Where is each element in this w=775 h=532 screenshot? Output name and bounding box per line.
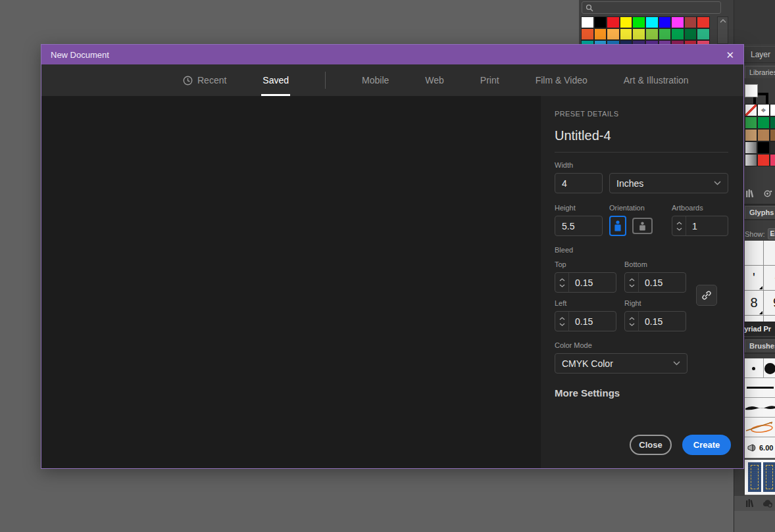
bleed-right-stepper[interactable]: 0.15 (624, 311, 686, 331)
color-swatch[interactable] (581, 28, 594, 40)
color-swatch[interactable] (757, 141, 770, 154)
gradient-swatch[interactable] (745, 141, 757, 154)
orientation-portrait-button[interactable] (609, 216, 626, 236)
color-swatch[interactable] (594, 16, 607, 28)
glyph-cell[interactable]: - (764, 266, 775, 291)
document-name-field[interactable]: Untitled-4 (555, 128, 728, 143)
color-swatch[interactable] (770, 116, 775, 129)
bleed-left-value[interactable]: 0.15 (569, 312, 616, 331)
color-swatch[interactable] (770, 141, 775, 154)
color-swatch[interactable] (645, 28, 659, 40)
color-swatch[interactable] (770, 104, 775, 116)
brush-row-line[interactable] (745, 378, 775, 398)
color-swatch[interactable] (684, 16, 697, 28)
brush-row-size[interactable]: 6.00 (745, 437, 775, 458)
glyph-cell[interactable]: 9 (764, 291, 775, 316)
brush-libraries-icon[interactable] (745, 499, 755, 508)
chevron-down-icon[interactable] (559, 284, 565, 287)
color-swatch[interactable] (620, 16, 633, 28)
bleed-bottom-stepper[interactable]: 0.15 (624, 272, 686, 293)
swatch-scrollbar[interactable] (717, 16, 728, 44)
chevron-up-icon[interactable] (559, 317, 565, 320)
tab-libraries[interactable]: Libraries (745, 66, 775, 78)
dialog-titlebar[interactable]: New Document ✕ (41, 45, 743, 64)
tab-saved[interactable]: Saved (262, 64, 289, 96)
glyph-cell[interactable]: ' (745, 266, 764, 291)
color-swatch[interactable] (659, 16, 672, 28)
color-swatch[interactable] (607, 16, 620, 28)
color-swatch[interactable] (770, 154, 775, 166)
tab-web[interactable]: Web (425, 64, 444, 96)
registration-swatch[interactable] (757, 104, 770, 116)
tab-glyphs[interactable]: Glyphs (745, 206, 775, 219)
bleed-right-value[interactable]: 0.15 (639, 312, 686, 331)
color-swatch[interactable] (645, 16, 659, 28)
color-swatch[interactable] (620, 28, 633, 40)
tab-art-illustration[interactable]: Art & Illustration (624, 64, 689, 96)
gradient-swatch[interactable] (745, 154, 757, 166)
brush-cloud-icon[interactable] (762, 499, 773, 508)
bleed-left-stepper[interactable]: 0.15 (555, 311, 616, 331)
chevron-up-icon[interactable] (559, 278, 565, 281)
show-dropdown[interactable]: En (768, 228, 775, 239)
glyph-cell[interactable]: E (764, 316, 775, 322)
glyph-cell[interactable]: 8 (745, 291, 764, 316)
color-swatch[interactable] (671, 16, 684, 28)
swatch-search-field[interactable] (582, 1, 721, 14)
bleed-bottom-value[interactable]: 0.15 (639, 273, 686, 292)
brush-row-dots[interactable] (745, 358, 775, 378)
stepper-arrows[interactable] (672, 216, 686, 235)
tab-film-video[interactable]: Film & Video (536, 64, 588, 96)
color-swatch[interactable] (757, 116, 770, 129)
stepper-arrows[interactable] (625, 312, 639, 331)
color-swatch[interactable] (745, 116, 757, 129)
tab-brushes[interactable]: Brushes (745, 339, 775, 352)
bleed-top-stepper[interactable]: 0.15 (555, 272, 616, 293)
none-swatch[interactable] (745, 104, 757, 116)
swatch-libraries-icon[interactable] (745, 189, 755, 198)
brush-row-decorative[interactable] (745, 418, 775, 437)
chevron-up-icon[interactable] (676, 222, 682, 225)
color-swatch[interactable] (757, 129, 770, 141)
create-button[interactable]: Create (682, 435, 731, 455)
color-swatch[interactable] (632, 28, 645, 40)
chevron-down-icon[interactable] (676, 228, 682, 231)
width-input[interactable] (555, 173, 603, 193)
color-swatch[interactable] (697, 16, 710, 28)
tab-mobile[interactable]: Mobile (362, 64, 389, 96)
close-icon[interactable]: ✕ (726, 50, 734, 60)
close-button[interactable]: Close (630, 435, 672, 455)
glyph-cell[interactable]: ! (764, 241, 775, 266)
color-swatch[interactable] (757, 154, 770, 166)
height-input[interactable] (555, 216, 603, 236)
color-swatch[interactable] (770, 129, 775, 141)
glyph-cell[interactable] (745, 241, 764, 266)
bleed-top-value[interactable]: 0.15 (569, 273, 616, 292)
chevron-down-icon[interactable] (629, 284, 635, 287)
color-swatch[interactable] (594, 28, 607, 40)
chevron-down-icon[interactable] (559, 323, 565, 326)
color-swatch[interactable] (581, 16, 594, 28)
stepper-arrows[interactable] (625, 273, 639, 292)
color-swatch[interactable] (745, 129, 757, 141)
color-swatch[interactable] (659, 28, 672, 40)
units-dropdown[interactable]: Inches (609, 173, 728, 193)
swatch-kinds-icon[interactable] (763, 189, 772, 198)
color-swatch[interactable] (632, 16, 645, 28)
brush-row-charcoal[interactable] (745, 398, 775, 418)
orientation-landscape-button[interactable] (632, 218, 653, 234)
color-swatch[interactable] (607, 28, 620, 40)
tab-recent[interactable]: Recent (183, 64, 226, 96)
more-settings-link[interactable]: More Settings (555, 387, 728, 399)
artboards-value[interactable]: 1 (686, 216, 728, 235)
chevron-down-icon[interactable] (629, 323, 635, 326)
glyph-cell[interactable]: D (745, 316, 764, 322)
search-input[interactable] (596, 4, 708, 12)
color-swatch[interactable] (684, 28, 697, 40)
stepper-arrows[interactable] (555, 312, 569, 331)
stepper-arrows[interactable] (555, 273, 569, 292)
chevron-up-icon[interactable] (629, 278, 635, 281)
artboards-stepper[interactable]: 1 (672, 216, 728, 236)
color-swatch[interactable] (671, 28, 684, 40)
chevron-up-icon[interactable] (629, 317, 635, 320)
